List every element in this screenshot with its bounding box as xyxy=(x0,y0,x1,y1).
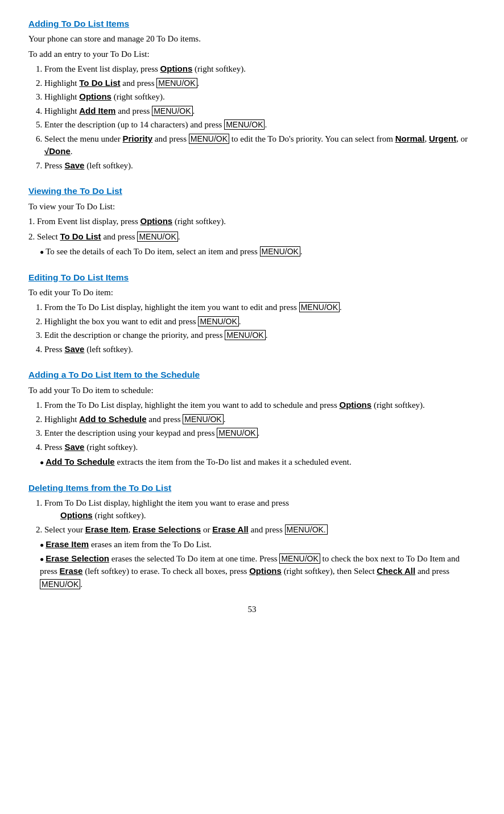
section-editing-todo: Editing To Do List Items To edit your To… xyxy=(28,271,476,356)
options-label-5: Options (right softkey). xyxy=(60,511,146,520)
adding-intro1: Your phone can store and manage 20 To Do… xyxy=(28,32,476,46)
add-item-label: Add Item xyxy=(79,106,115,115)
options-label-6: Options xyxy=(249,566,282,576)
editing-intro: To edit your To Do item: xyxy=(28,286,476,299)
viewing-bullets: To see the details of each To Do item, s… xyxy=(34,245,476,258)
menu-ok-box-5: MENU/OK xyxy=(137,232,177,242)
viewing-bullet-1: To see the details of each To Do item, s… xyxy=(34,245,476,258)
todo-list-label-2: To Do List xyxy=(60,232,101,241)
section-deleting-todo: Deleting Items from the To Do List From … xyxy=(28,481,476,591)
menu-ok-box-4: MENU/OK xyxy=(189,134,229,144)
adding-intro2: To add an entry to your To Do List: xyxy=(28,48,476,61)
schedule-steps-list: From the To Do List display, highlight t… xyxy=(44,399,476,453)
section-title-deleting: Deleting Items from the To Do List xyxy=(28,481,476,494)
schedule-bullets: Add To Schedule extracts the item from t… xyxy=(34,456,476,469)
editing-step-1: From the To Do List display, highlight t… xyxy=(44,301,476,314)
deleting-steps-list: From To Do List display, highlight the i… xyxy=(44,497,476,536)
schedule-step-3: Enter the description using your keypad … xyxy=(44,427,476,440)
editing-step-3: Edit the description or change the prior… xyxy=(44,329,476,342)
menu-ok-box-8: MENU/OK xyxy=(198,316,238,327)
section-adding-todo: Adding To Do List Items Your phone can s… xyxy=(28,17,476,172)
schedule-bullet-1: Add To Schedule extracts the item from t… xyxy=(34,456,476,469)
editing-step-4: Press Save (left softkey). xyxy=(44,343,476,356)
editing-steps-list: From the To Do List display, highlight t… xyxy=(44,301,476,356)
erase-item-label-1: Erase Item xyxy=(85,524,129,534)
save-label-2: Save xyxy=(64,344,84,354)
schedule-step-4: Press Save (right softkey). xyxy=(44,441,476,454)
viewing-step-2: 2. Select To Do List and press MENU/OK. xyxy=(28,230,476,243)
page-number: 53 xyxy=(28,603,476,616)
deleting-step-2: Select your Erase Item, Erase Selections… xyxy=(44,523,476,536)
erase-selection-label: Erase Selection xyxy=(46,553,109,563)
schedule-intro: To add your To Do item to schedule: xyxy=(28,384,476,397)
adding-step-3: Highlight Options (right softkey). xyxy=(44,90,476,104)
menu-ok-box-12: MENU/OK. xyxy=(285,524,328,535)
deleting-step-1: From To Do List display, highlight the i… xyxy=(44,497,476,522)
erase-selections-label: Erase Selections xyxy=(133,524,201,534)
menu-ok-box-2: MENU/OK xyxy=(152,106,192,116)
menu-ok-box-7: MENU/OK xyxy=(299,302,340,312)
section-title-adding: Adding To Do List Items xyxy=(28,17,476,30)
deleting-bullet-1: Erase Item erases an item from the To Do… xyxy=(34,538,476,551)
menu-ok-box-11: MENU/OK xyxy=(217,428,257,438)
menu-ok-box-1: MENU/OK xyxy=(156,78,197,88)
menu-ok-box-9: MENU/OK xyxy=(225,330,265,340)
section-title-schedule: Adding a To Do List Item to the Schedule xyxy=(28,368,476,381)
section-adding-schedule: Adding a To Do List Item to the Schedule… xyxy=(28,368,476,468)
add-to-schedule-label-2: Add To Schedule xyxy=(46,457,114,466)
done-label: √Done xyxy=(44,146,71,156)
menu-ok-box-13: MENU/OK xyxy=(279,553,320,564)
adding-step-4: Highlight Add Item and press MENU/OK. xyxy=(44,105,476,118)
erase-item-label-2: Erase Item xyxy=(46,539,89,549)
menu-ok-box-3: MENU/OK xyxy=(224,119,265,130)
check-all-label: Check All xyxy=(377,566,415,576)
save-label-3: Save xyxy=(64,442,84,452)
urgent-label: Urgent xyxy=(429,134,456,143)
deleting-bullet-2: Erase Selection erases the selected To D… xyxy=(34,552,476,591)
adding-steps-list: From the Event list display, press Optio… xyxy=(44,63,476,172)
schedule-step-1: From the To Do List display, highlight t… xyxy=(44,399,476,412)
adding-step-6: Select the menu under Priority and press… xyxy=(44,133,476,158)
priority-label: Priority xyxy=(122,134,152,143)
todo-list-label-1: To Do List xyxy=(79,78,120,88)
deleting-bullets: Erase Item erases an item from the To Do… xyxy=(34,538,476,590)
viewing-intro: To view your To Do List: xyxy=(28,200,476,213)
section-viewing-todo: Viewing the To Do List To view your To D… xyxy=(28,184,476,258)
erase-label: Erase xyxy=(60,566,83,576)
menu-ok-box-10: MENU/OK xyxy=(183,414,223,424)
menu-ok-box-14: MENU/OK xyxy=(40,579,80,589)
adding-step-1: From the Event list display, press Optio… xyxy=(44,63,476,76)
normal-label: Normal xyxy=(395,134,425,143)
menu-ok-box-6: MENU/OK xyxy=(260,246,300,257)
section-title-editing: Editing To Do List Items xyxy=(28,271,476,284)
adding-step-5: Enter the description (up to 14 characte… xyxy=(44,118,476,131)
adding-step-2: Highlight To Do List and press MENU/OK. xyxy=(44,77,476,90)
options-label-1: Options xyxy=(160,64,193,73)
options-label-2: Options xyxy=(79,92,111,101)
erase-all-label: Erase All xyxy=(212,524,249,534)
viewing-step-1: 1. From Event list display, press Option… xyxy=(28,215,476,228)
schedule-step-2: Highlight Add to Schedule and press MENU… xyxy=(44,413,476,426)
options-label-4: Options xyxy=(339,400,371,410)
options-label-3: Options xyxy=(141,216,173,226)
save-label-1: Save xyxy=(64,160,84,170)
add-to-schedule-label-1: Add to Schedule xyxy=(79,414,146,424)
editing-step-2: Highlight the box you want to edit and p… xyxy=(44,315,476,328)
section-title-viewing: Viewing the To Do List xyxy=(28,184,476,197)
adding-step-7: Press Save (left softkey). xyxy=(44,159,476,172)
